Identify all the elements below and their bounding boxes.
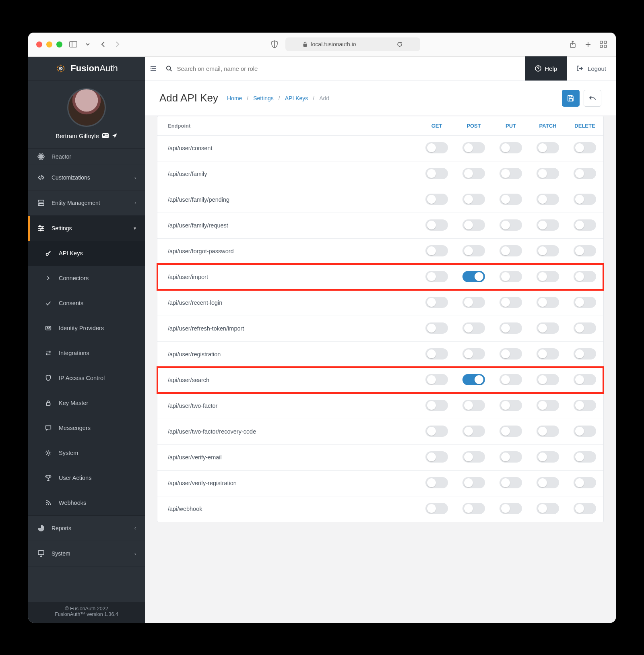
col-get[interactable]: GET [418, 116, 455, 136]
toggle-get[interactable] [425, 219, 448, 231]
toggle-post[interactable] [462, 219, 485, 231]
toggle-post[interactable] [462, 374, 485, 385]
share-icon[interactable] [568, 41, 577, 48]
toggle-put[interactable] [500, 477, 522, 488]
toggle-get[interactable] [425, 322, 448, 334]
toggle-get[interactable] [425, 271, 448, 282]
sidebar-item-consents[interactable]: Consents [28, 291, 145, 316]
toggle-put[interactable] [500, 426, 522, 437]
toggle-put[interactable] [500, 322, 522, 334]
toggle-get[interactable] [425, 426, 448, 437]
sidebar-item-api keys[interactable]: API Keys [28, 241, 145, 266]
sidebar-item-system[interactable]: System [28, 440, 145, 465]
toggle-patch[interactable] [537, 400, 559, 411]
toggle-delete[interactable] [574, 219, 596, 231]
breadcrumb-link[interactable]: Settings [253, 95, 274, 101]
sidebar-item-user actions[interactable]: User Actions [28, 465, 145, 490]
sidebar-item-integrations[interactable]: Integrations [28, 341, 145, 366]
toggle-get[interactable] [425, 400, 448, 411]
back-button[interactable] [584, 90, 601, 107]
col-delete[interactable]: DELETE [566, 116, 603, 136]
sidebar-item-ip access control[interactable]: IP Access Control [28, 366, 145, 391]
col-put[interactable]: PUT [492, 116, 529, 136]
toggle-get[interactable] [425, 503, 448, 514]
breadcrumb-link[interactable]: Home [227, 95, 242, 101]
toggle-delete[interactable] [574, 297, 596, 308]
avatar[interactable] [67, 88, 106, 127]
toggle-put[interactable] [500, 194, 522, 205]
toggle-post[interactable] [462, 322, 485, 334]
toggle-post[interactable] [462, 142, 485, 153]
toggle-get[interactable] [425, 297, 448, 308]
toggle-put[interactable] [500, 245, 522, 256]
toggle-post[interactable] [462, 477, 485, 488]
breadcrumb-link[interactable]: API Keys [285, 95, 308, 101]
reload-icon[interactable] [396, 41, 403, 48]
toggle-post[interactable] [462, 245, 485, 256]
new-tab-icon[interactable] [584, 41, 592, 48]
toggle-patch[interactable] [537, 451, 559, 463]
sidebar-item-key master[interactable]: Key Master [28, 391, 145, 415]
toggle-patch[interactable] [537, 503, 559, 514]
toggle-post[interactable] [462, 168, 485, 179]
toggle-patch[interactable] [537, 426, 559, 437]
vcard-icon[interactable] [102, 133, 109, 138]
toggle-get[interactable] [425, 348, 448, 360]
toggle-put[interactable] [500, 142, 522, 153]
toggle-patch[interactable] [537, 271, 559, 282]
toggle-delete[interactable] [574, 374, 596, 385]
toggle-get[interactable] [425, 374, 448, 385]
toggle-put[interactable] [500, 400, 522, 411]
sidebar-item-messengers[interactable]: Messengers [28, 415, 145, 440]
location-arrow-icon[interactable] [112, 133, 118, 138]
sidebar-item-customizations[interactable]: Customizations ‹ [28, 165, 145, 190]
maximize-window-icon[interactable] [56, 41, 62, 48]
toggle-post[interactable] [462, 451, 485, 463]
close-window-icon[interactable] [36, 41, 42, 48]
toggle-patch[interactable] [537, 168, 559, 179]
toggle-patch[interactable] [537, 245, 559, 256]
toggle-put[interactable] [500, 219, 522, 231]
toggle-get[interactable] [425, 451, 448, 463]
sidebar-item-entity management[interactable]: Entity Management ‹ [28, 190, 145, 215]
toggle-patch[interactable] [537, 477, 559, 488]
toggle-post[interactable] [462, 426, 485, 437]
toggle-patch[interactable] [537, 374, 559, 385]
col-patch[interactable]: PATCH [529, 116, 566, 136]
toggle-post[interactable] [462, 271, 485, 282]
toggle-post[interactable] [462, 194, 485, 205]
toggle-delete[interactable] [574, 245, 596, 256]
save-button[interactable] [562, 90, 580, 107]
toggle-delete[interactable] [574, 426, 596, 437]
toggle-get[interactable] [425, 245, 448, 256]
toggle-put[interactable] [500, 451, 522, 463]
toggle-delete[interactable] [574, 451, 596, 463]
toggle-put[interactable] [500, 168, 522, 179]
toggle-patch[interactable] [537, 348, 559, 360]
help-button[interactable]: Help [525, 56, 567, 81]
toggle-delete[interactable] [574, 477, 596, 488]
col-post[interactable]: POST [455, 116, 492, 136]
toggle-post[interactable] [462, 400, 485, 411]
toggle-patch[interactable] [537, 297, 559, 308]
toggle-post[interactable] [462, 297, 485, 308]
logout-button[interactable]: Logout [567, 56, 616, 81]
sidebar-item-identity providers[interactable]: Identity Providers [28, 316, 145, 341]
brand[interactable]: FusionAuth [28, 57, 145, 81]
toggle-delete[interactable] [574, 348, 596, 360]
sidebar-item-system[interactable]: System ‹ [28, 541, 145, 566]
sidebar-item-connectors[interactable]: Connectors [28, 266, 145, 291]
forward-icon[interactable] [113, 41, 122, 47]
toggle-post[interactable] [462, 503, 485, 514]
search-input[interactable] [177, 65, 522, 72]
toggle-delete[interactable] [574, 271, 596, 282]
sidebar-item-webhooks[interactable]: Webhooks [28, 490, 145, 515]
toggle-put[interactable] [500, 297, 522, 308]
toggle-patch[interactable] [537, 142, 559, 153]
toggle-delete[interactable] [574, 194, 596, 205]
privacy-shield-icon[interactable] [270, 40, 279, 48]
toggle-put[interactable] [500, 503, 522, 514]
toggle-get[interactable] [425, 142, 448, 153]
sidebar-icon[interactable] [69, 41, 78, 48]
toggle-put[interactable] [500, 374, 522, 385]
